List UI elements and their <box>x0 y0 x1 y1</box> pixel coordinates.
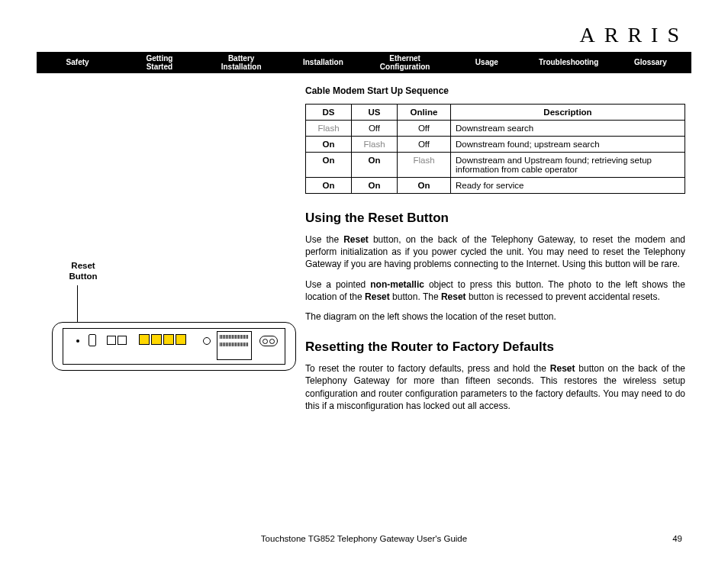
heading-factory-reset: Resetting the Router to Factory Defaults <box>305 339 685 355</box>
reset-paragraph-1: Use the Reset button, on the back of the… <box>305 233 685 271</box>
eth-port-1-icon <box>139 334 150 345</box>
cell-ds: Flash <box>306 121 352 137</box>
cell-ds: On <box>306 153 352 178</box>
cell-desc: Downstream search <box>451 121 685 137</box>
nav-glossary[interactable]: Glossary <box>610 58 691 67</box>
coax-port-icon <box>203 337 211 345</box>
eth-port-2-icon <box>151 334 162 345</box>
cell-us: Off <box>352 121 398 137</box>
cell-online: Off <box>398 121 451 137</box>
nav-safety[interactable]: Safety <box>37 58 118 67</box>
tel-port-1-icon <box>107 336 116 345</box>
cell-desc: Downstream found; upstream search <box>451 137 685 153</box>
table-row: OnOnOnReady for service <box>306 178 685 194</box>
factory-paragraph-1: To reset the router to factory defaults,… <box>305 362 685 412</box>
eth-port-3-icon <box>163 334 174 345</box>
th-desc: Description <box>451 105 685 121</box>
cell-desc: Downstream and Upstream found; retrievin… <box>451 153 685 178</box>
th-us: US <box>352 105 398 121</box>
heading-reset: Using the Reset Button <box>305 211 685 226</box>
main-content: Cable Modem Start Up Sequence DS US Onli… <box>305 85 691 420</box>
device-diagram <box>52 314 296 378</box>
nav-usage[interactable]: Usage <box>446 58 527 67</box>
nav-battery-installation[interactable]: Battery Installation <box>201 54 282 72</box>
cell-online: On <box>398 178 451 194</box>
eth-port-4-icon <box>176 334 186 345</box>
reset-hole-icon <box>76 339 79 343</box>
cell-ds: On <box>306 137 352 153</box>
nav-bar: Safety Getting Started Battery Installat… <box>37 52 691 73</box>
cell-us: On <box>352 153 398 178</box>
th-ds: DS <box>306 105 352 121</box>
table-row: FlashOffOffDownstream search <box>306 121 685 137</box>
cell-ds: On <box>306 178 352 194</box>
reset-paragraph-3: The diagram on the left shows the locati… <box>305 310 685 323</box>
nav-ethernet-config[interactable]: Ethernet Configuration <box>364 54 446 72</box>
cell-desc: Ready for service <box>451 178 685 194</box>
reset-paragraph-2: Use a pointed non-metallic object to pre… <box>305 278 685 303</box>
footer-title: Touchstone TG852 Telephony Gateway User'… <box>0 534 728 543</box>
page-number: 49 <box>672 534 682 543</box>
cell-online: Flash <box>398 153 451 178</box>
tel-port-2-icon <box>118 336 127 345</box>
brand-logo: ARRIS <box>37 23 691 47</box>
table-row: OnOnFlashDownstream and Upstream found; … <box>306 153 685 178</box>
device-back-panel <box>63 328 285 365</box>
nav-installation[interactable]: Installation <box>282 58 364 67</box>
table-title: Cable Modem Start Up Sequence <box>305 85 685 96</box>
usb-port-icon <box>89 334 96 346</box>
nav-troubleshooting[interactable]: Troubleshooting <box>528 58 610 67</box>
startup-sequence-table: DS US Online Description FlashOffOffDown… <box>305 104 685 194</box>
cell-online: Off <box>398 137 451 153</box>
sidebar: Reset Button <box>37 85 305 420</box>
th-online: Online <box>398 105 451 121</box>
nav-getting-started[interactable]: Getting Started <box>118 54 200 72</box>
cell-us: On <box>352 178 398 194</box>
reset-button-callout-label: Reset Button <box>56 261 110 282</box>
table-row: OnFlashOffDownstream found; upstream sea… <box>306 137 685 153</box>
compliance-sticker <box>217 331 252 360</box>
power-port-icon <box>259 336 278 346</box>
cell-us: Flash <box>352 137 398 153</box>
